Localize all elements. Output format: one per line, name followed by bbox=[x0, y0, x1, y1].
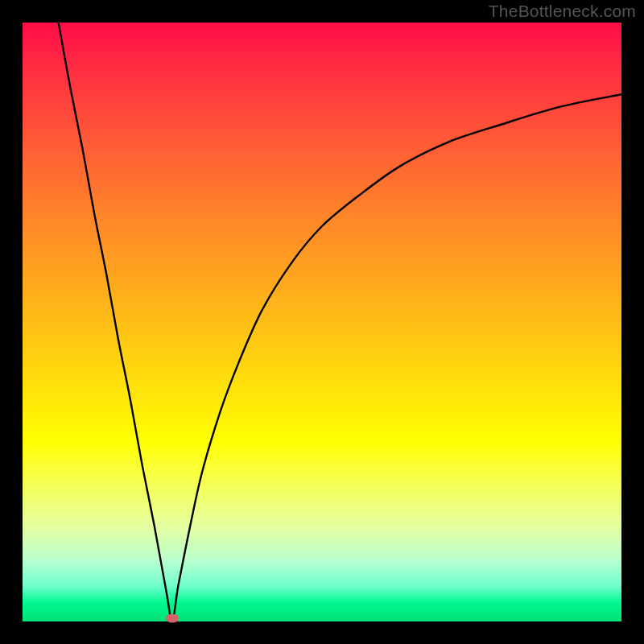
watermark-text: TheBottleneck.com bbox=[489, 0, 636, 23]
curve-path bbox=[59, 23, 621, 621]
bottleneck-curve bbox=[23, 23, 621, 621]
chart-plot-area bbox=[23, 23, 621, 621]
minimum-marker bbox=[166, 614, 179, 623]
